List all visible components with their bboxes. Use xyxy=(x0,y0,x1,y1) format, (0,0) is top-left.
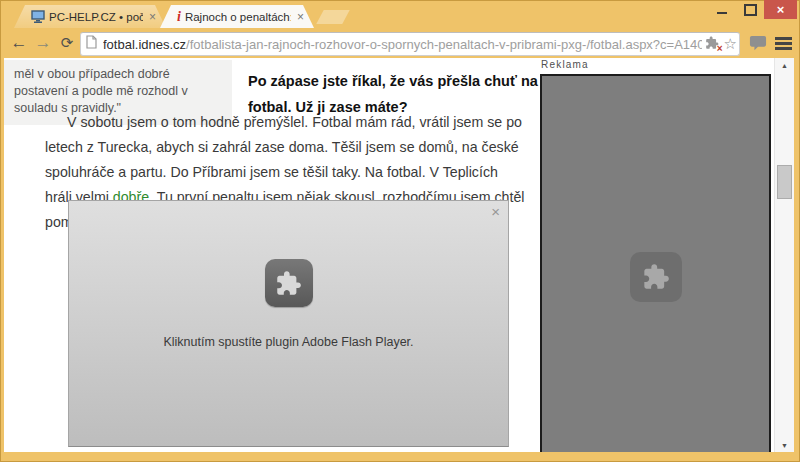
flash-plugin-placeholder[interactable]: × Kliknutím spustíte plugin Adobe Flash … xyxy=(68,200,509,447)
omnibox-icons: × ☆ xyxy=(702,33,737,55)
flash-puzzle-button[interactable] xyxy=(265,259,313,307)
page-icon xyxy=(86,35,97,53)
scrollbar-thumb[interactable] xyxy=(777,165,792,199)
tab-title: PC-HELP.CZ • počítačové xyxy=(49,11,143,23)
scroll-down-icon[interactable]: ▼ xyxy=(775,438,794,452)
browser-toolbar: ← → ⟳ fotbal.idnes.cz/fotbalista-jan-raj… xyxy=(0,28,800,58)
tab-close-icon[interactable]: × xyxy=(295,10,306,24)
blocked-x-mark: × xyxy=(717,43,723,54)
maximize-icon xyxy=(744,4,757,16)
url-path: /fotbalista-jan-rajnoch-rozhovor-o-sporn… xyxy=(186,37,734,52)
reload-button[interactable]: ⟳ xyxy=(56,31,78,55)
minimize-button[interactable] xyxy=(708,0,736,19)
vertical-scrollbar[interactable]: ▲ ▼ xyxy=(774,58,794,452)
back-button[interactable]: ← xyxy=(8,31,30,55)
idnes-favicon-icon: i xyxy=(177,10,181,24)
maximize-button[interactable] xyxy=(736,0,764,19)
plugin-blocked-icon[interactable]: × xyxy=(705,36,721,52)
extension-bubble-icon[interactable] xyxy=(749,35,767,56)
tab-pchelp[interactable]: PC-HELP.CZ • počítačové × xyxy=(14,5,166,28)
ad-placeholder-box[interactable] xyxy=(540,74,771,452)
address-bar[interactable]: fotbal.idnes.cz/fotbalista-jan-rajnoch-r… xyxy=(80,32,740,56)
menu-hamburger-icon[interactable] xyxy=(775,37,792,50)
url-domain: fotbal.idnes.cz xyxy=(103,37,186,52)
new-tab-button[interactable] xyxy=(316,10,349,24)
tab-rajnoch-active[interactable]: i Rajnoch o penaltách: Poku × xyxy=(160,5,314,28)
page-viewport: měl v obou případech dobré postavení a p… xyxy=(4,58,794,452)
monitor-favicon-icon xyxy=(31,10,45,23)
url-text: fotbal.idnes.cz/fotbalista-jan-rajnoch-r… xyxy=(103,37,734,52)
scroll-up-icon[interactable]: ▲ xyxy=(775,58,794,72)
ad-label: Reklama xyxy=(541,59,589,70)
ad-puzzle-button[interactable] xyxy=(630,252,682,302)
minimize-icon xyxy=(717,12,727,14)
puzzle-piece-icon xyxy=(642,263,670,291)
flash-placeholder-label: Kliknutím spustíte plugin Adobe Flash Pl… xyxy=(69,335,508,349)
close-window-button[interactable]: × xyxy=(764,0,797,19)
tab-strip: PC-HELP.CZ • počítačové × i Rajnoch o pe… xyxy=(0,0,800,28)
browser-window: PC-HELP.CZ • počítačové × i Rajnoch o pe… xyxy=(0,0,800,462)
window-controls: × xyxy=(708,0,797,20)
tab-title: Rajnoch o penaltách: Poku xyxy=(185,11,291,23)
tab-close-icon[interactable]: × xyxy=(147,10,158,24)
bookmark-star-icon[interactable]: ☆ xyxy=(724,36,737,52)
puzzle-piece-icon xyxy=(275,270,302,297)
forward-button[interactable]: → xyxy=(32,31,54,55)
flash-close-icon[interactable]: × xyxy=(491,203,500,220)
